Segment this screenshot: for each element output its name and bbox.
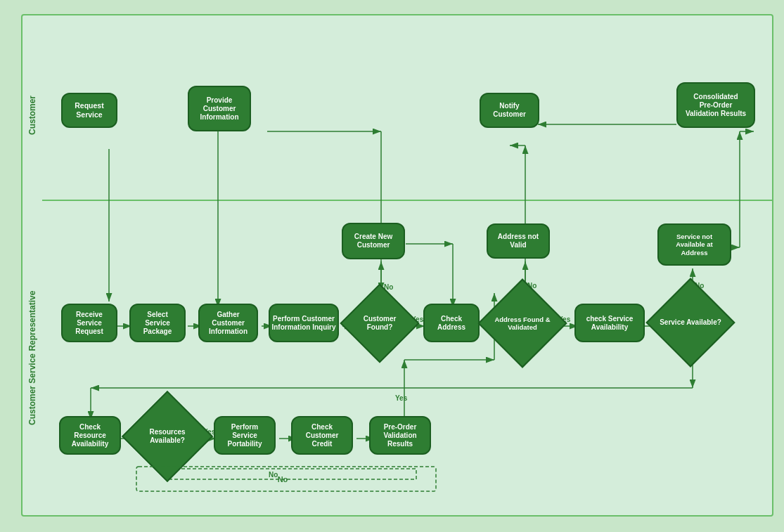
lane-label-csr: Customer Service Representative [23, 207, 42, 509]
resources-available-node: Resources Available? [135, 404, 200, 469]
provide-customer-info-node: Provide Customer Information [188, 86, 251, 131]
perform-service-portability-node: Perform Service Portability [214, 416, 276, 455]
check-customer-credit-node: Check Customer Credit [291, 416, 353, 455]
diagram-container: Customer Customer Service Representative [0, 0, 784, 532]
address-not-valid-node: Address not Valid [487, 223, 550, 259]
preorder-validation-results-node: Pre-Order Validation Results [369, 416, 431, 455]
customer-found-node: Customer Found? [352, 295, 408, 351]
request-service-node: Request Service [61, 93, 117, 128]
svg-rect-43 [136, 467, 436, 491]
lane-label-customer: Customer [23, 31, 42, 200]
check-service-availability-node: check Service Availability [574, 304, 645, 342]
svg-text:No: No [278, 475, 288, 484]
create-new-customer-node: Create New Customer [342, 223, 405, 259]
svg-text:Yes: Yes [395, 394, 408, 402]
address-found-validated-node: Address Found & Validated [491, 292, 554, 355]
perform-inquiry-node: Perform Customer Information Inquiry [269, 304, 339, 342]
notify-customer-node: Notify Customer [480, 93, 539, 128]
swim-lane-container: Customer Customer Service Representative [21, 14, 773, 517]
select-service-package-node: Select Service Package [129, 304, 186, 342]
svg-text:No: No [269, 471, 278, 479]
receive-service-request-node: Receive Service Request [61, 304, 117, 342]
no-loop-box: No [135, 465, 437, 493]
check-resource-availability-node: Check Resource Availability [59, 416, 121, 455]
lane-divider [42, 200, 772, 201]
check-address-node: Check Address [423, 304, 480, 342]
gather-customer-info-node: Gather Customer Information [198, 304, 258, 342]
service-not-available-node: Service not Available at Address [657, 223, 731, 266]
service-available-node: Service Available? [659, 291, 722, 354]
consolidated-preorder-node: Consolidated Pre-Order Validation Result… [676, 82, 755, 128]
